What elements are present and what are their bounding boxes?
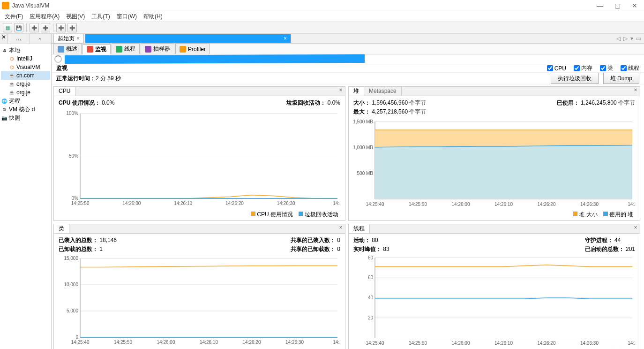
tree-snapshot[interactable]: 📷快照 [1,114,50,122]
panel-close-icon[interactable]: × [631,224,640,233]
snapshot-icon: 📷 [1,114,7,121]
svg-text:14:26:20: 14:26:20 [225,201,244,206]
separator-icon [53,23,53,32]
toolbar-btn-6[interactable]: ➕ [67,23,77,32]
doc-tab-start[interactable]: 起始页 × [53,34,84,43]
panel-close-icon[interactable]: × [337,224,345,233]
nav-dropdown-icon[interactable]: ▾ [630,35,633,42]
svg-text:15,000: 15,000 [64,256,78,261]
tree-local[interactable]: 🖥本地 [1,46,50,54]
cpu-gc-label: 垃圾回收活动： [286,99,326,106]
toolbar-btn-3[interactable]: ➕ [30,23,39,32]
tree-item-orgje1[interactable]: ☕org.je [1,80,50,88]
legend-gc: 垃圾回收活动 [305,211,338,218]
menu-view[interactable]: 视图(V) [66,13,85,21]
tree-item-intellij[interactable]: ⌬IntelliJ [1,54,50,63]
sidebar-tab-2[interactable]: ▫ [30,34,52,44]
title-bar: Java VisualVM — ▢ ✕ [0,0,644,11]
svg-text:5,000: 5,000 [67,308,78,313]
check-mem[interactable]: 内存 [574,64,592,72]
threads-daemon-label: 守护进程： [585,237,613,243]
nav-prev-icon[interactable]: ◁ [616,35,621,42]
toolbar-btn-5[interactable]: ➕ [56,23,66,32]
tree-vmcore-label: VM 核心 d [9,106,35,114]
check-threads-box[interactable] [621,65,627,71]
nav-next-icon[interactable]: ▷ [623,35,628,42]
classes-loaded-label: 已装入的总数： [59,237,98,243]
view-tab-overview[interactable]: 概述 [53,44,82,54]
check-cpu[interactable]: CPU [547,64,566,72]
heap-max-value: 4,257,218,560 个字节 [372,108,426,115]
threads-live-value: 80 [372,237,378,243]
content-area: 起始页 × × ◁ ▷ ▾ ▭ 概述 监视 线程 抽样器 Profiler [52,34,644,349]
threads-live-label: 活动： [353,237,370,243]
menu-tools[interactable]: 工具(T) [91,13,110,21]
close-icon[interactable]: × [76,35,80,42]
tree-label: VisualVM [16,64,40,70]
check-mem-box[interactable] [574,65,580,71]
view-tab-threads[interactable]: 线程 [112,44,140,54]
check-classes-box[interactable] [600,65,606,71]
java-icon: ☕ [8,81,15,87]
svg-text:14:26:10: 14:26:10 [494,341,513,346]
svg-text:14:26:20: 14:26:20 [538,341,556,346]
toolbar-btn-2[interactable]: 💾 [14,23,23,32]
toolbar-btn-4[interactable]: ➕ [41,23,50,32]
toolbar-btn-1[interactable]: ▦ [3,23,12,32]
check-label: 线程 [628,64,639,72]
panel-close-icon[interactable]: × [631,87,640,96]
svg-text:14:26:00: 14:26:00 [452,341,470,346]
threads-chart: 2040608014:25:4014:25:5014:26:0014:26:10… [353,255,635,347]
heap-dump-button[interactable]: 堆 Dump [603,73,639,84]
sidebar-close-icon[interactable]: ✕ [0,34,7,44]
maximize-button[interactable]: ▢ [614,2,621,9]
metaspace-tab[interactable]: Metaspace [364,87,402,96]
panel-close-icon[interactable]: × [337,87,345,96]
heap-chart: 500 MB1,000 MB1,500 MB14:25:4014:25:5014… [353,118,635,210]
view-tabs: 概述 监视 线程 抽样器 Profiler [52,44,644,54]
menu-window[interactable]: 窗口(W) [117,13,137,21]
tree-item-cncom[interactable]: ☕cn.com [1,71,50,80]
cpu-tab[interactable]: CPU [54,87,75,96]
svg-text:14:26:30: 14:26:30 [285,340,304,345]
svg-text:1,000 MB: 1,000 MB [353,145,373,150]
svg-text:14:26:30: 14:26:30 [580,341,599,346]
check-threads[interactable]: 线程 [621,64,639,72]
tree-label: org.je [16,81,30,87]
heap-tab[interactable]: 堆 [349,87,364,96]
menu-applications[interactable]: 应用程序(A) [30,13,60,21]
profiler-icon [180,46,186,53]
nav-max-icon[interactable]: ▭ [636,35,641,42]
cpu-panel: CPU × CPU 使用情况： 0.0% 垃圾回收活动： 0.0% 0%50%1… [53,86,345,221]
gc-button[interactable]: 执行垃圾回收 [551,73,599,84]
tree-snapshot-label: 快照 [9,114,20,122]
svg-text:40: 40 [368,295,374,300]
svg-text:14:2: 14:2 [628,202,635,207]
sidebar: ✕ … ▫ 🖥本地 ⌬IntelliJ ⌬VisualVM ☕cn.com ☕o… [0,34,52,349]
view-tab-label: 概述 [66,45,77,53]
tree-item-orgje2[interactable]: ☕org.je [1,88,50,97]
close-button[interactable]: ✕ [632,2,637,9]
tree-vmcore[interactable]: 🗎VM 核心 d [1,105,50,114]
check-classes[interactable]: 类 [600,64,613,72]
doc-tab-redacted[interactable]: × [85,34,291,43]
sidebar-tab[interactable]: … [7,34,30,44]
view-tab-profiler[interactable]: Profiler [175,44,210,54]
window-controls: — ▢ ✕ [597,2,642,9]
heap-panel: 堆 Metaspace × 大小： 1,596,456,960 个字节 最大： … [348,86,640,221]
threads-tab[interactable]: 线程 [349,224,370,233]
classes-tab[interactable]: 类 [54,224,69,233]
minimize-button[interactable]: — [597,2,603,9]
uptime-value: 2 分 59 秒 [96,75,121,83]
view-tab-sampler[interactable]: 抽样器 [141,44,174,54]
tree-remote[interactable]: 🌐远程 [1,97,50,105]
close-icon[interactable]: × [284,35,287,42]
check-cpu-box[interactable] [547,65,553,71]
classes-shared-loaded-label: 共享的已装入数： [291,237,336,243]
svg-text:14:26:00: 14:26:00 [157,340,175,345]
tree-label: IntelliJ [16,55,32,62]
tree-item-visualvm[interactable]: ⌬VisualVM [1,63,50,71]
view-tab-monitor[interactable]: 监视 [82,44,111,54]
menu-help[interactable]: 帮助(H) [143,13,163,21]
menu-file[interactable]: 文件(F) [5,13,23,21]
